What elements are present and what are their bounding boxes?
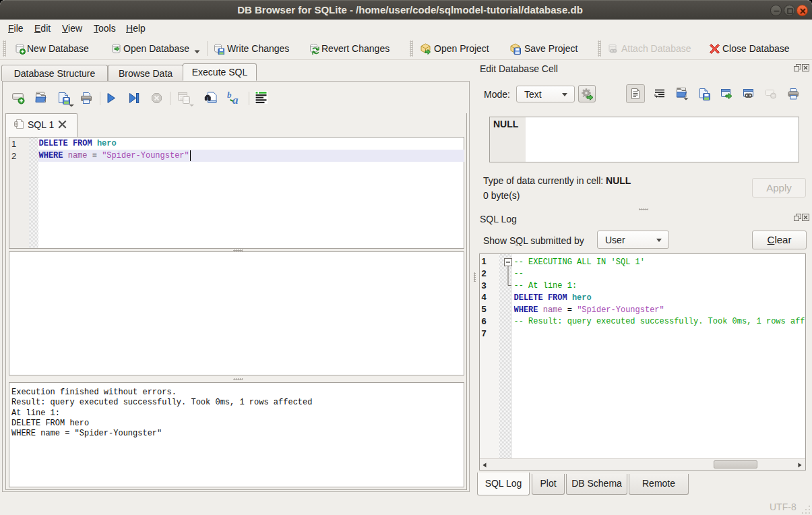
svg-text:b: b xyxy=(227,90,232,100)
svg-text:a: a xyxy=(232,94,239,104)
